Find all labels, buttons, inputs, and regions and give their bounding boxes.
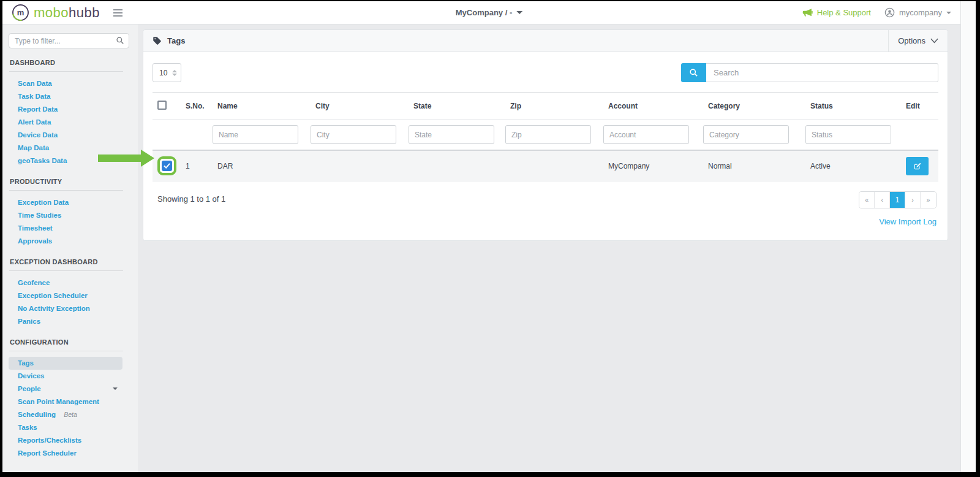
user-icon <box>884 7 895 18</box>
app-window: m mobohubb MyCompany / - Help & Support <box>2 1 976 472</box>
column-header-sno: S.No. <box>181 93 213 120</box>
column-header-city: City <box>311 93 409 120</box>
top-navbar: m mobohubb MyCompany / - Help & Support <box>2 1 976 25</box>
sidebar-section-exception-dashboard: EXCEPTION DASHBOARD Geofence Exception S… <box>2 258 138 328</box>
vertical-scrollbar[interactable] <box>960 1 976 472</box>
column-header-account: Account <box>603 93 703 120</box>
row-checkbox-checked[interactable] <box>162 161 172 171</box>
help-support-label: Help & Support <box>817 8 871 17</box>
cell-account: MyCompany <box>603 150 703 181</box>
pagination: « ‹ 1 › » <box>859 191 937 208</box>
page-size-select[interactable]: 10 <box>153 63 181 82</box>
sidebar-item-tags[interactable]: Tags <box>9 357 123 370</box>
options-label: Options <box>898 36 925 45</box>
sidebar-item-alert-data[interactable]: Alert Data <box>9 116 123 129</box>
column-header-state: State <box>409 93 505 120</box>
sidebar-item-label: People <box>18 385 41 392</box>
pagination-last-button[interactable]: » <box>921 192 936 208</box>
row-select-cell <box>153 150 181 181</box>
tag-icon <box>153 36 162 45</box>
tags-table: S.No. Name City State Zip Account Catego… <box>153 92 938 181</box>
sidebar-item-scheduling[interactable]: Scheduling Beta <box>9 408 123 421</box>
sidebar-item-task-data[interactable]: Task Data <box>9 90 123 103</box>
search-input[interactable] <box>706 63 938 82</box>
column-header-name: Name <box>213 93 311 120</box>
sidebar-item-exception-data[interactable]: Exception Data <box>9 196 123 209</box>
column-header-edit: Edit <box>901 93 938 120</box>
spinner-arrows-icon <box>172 70 177 76</box>
divider <box>9 351 123 351</box>
divider <box>9 190 123 191</box>
pagination-next-button[interactable]: › <box>905 192 921 208</box>
select-all-checkbox[interactable] <box>157 101 167 110</box>
sidebar-toggle-hamburger-icon[interactable] <box>113 9 123 17</box>
filter-zip-input[interactable] <box>505 125 591 144</box>
sidebar-item-report-scheduler[interactable]: Report Scheduler <box>9 447 123 460</box>
company-selector-label: MyCompany / - <box>456 8 512 17</box>
sidebar-item-approvals[interactable]: Approvals <box>9 235 123 248</box>
cell-name: DAR <box>213 150 311 181</box>
chevron-down-icon <box>516 11 522 14</box>
options-dropdown-button[interactable]: Options <box>888 30 948 52</box>
sidebar-item-people[interactable]: People <box>9 383 123 395</box>
help-support-link[interactable]: Help & Support <box>802 8 871 17</box>
sidebar-item-timesheet[interactable]: Timesheet <box>9 222 123 235</box>
check-icon <box>164 163 170 169</box>
filter-status-input[interactable] <box>805 125 891 144</box>
cell-status: Active <box>805 150 901 181</box>
mobohubb-logo-icon: m <box>12 4 29 21</box>
sidebar-item-no-activity-exception[interactable]: No Activity Exception <box>9 302 123 315</box>
brand-wordmark: mobohubb <box>34 5 100 21</box>
beta-badge: Beta <box>64 411 77 418</box>
filter-name-input[interactable] <box>213 125 298 144</box>
filter-account-input[interactable] <box>603 125 689 144</box>
panel-title-label: Tags <box>167 36 185 45</box>
cell-state <box>409 150 505 181</box>
filter-category-input[interactable] <box>703 125 789 144</box>
table-header-row: S.No. Name City State Zip Account Catego… <box>153 93 938 120</box>
chevron-down-icon <box>113 387 118 390</box>
topbar-right-group: Help & Support mycompany <box>802 7 976 18</box>
panel-body: 10 <box>143 52 948 240</box>
edit-row-button[interactable] <box>906 157 929 175</box>
import-log-row: View Import Log <box>153 216 938 227</box>
sidebar-item-reports-checklists[interactable]: Reports/Checklists <box>9 434 123 447</box>
pagination-page-1-button[interactable]: 1 <box>890 192 905 208</box>
sidebar-item-exception-scheduler[interactable]: Exception Scheduler <box>9 289 123 302</box>
search-icon <box>116 36 124 45</box>
sidebar-item-devices[interactable]: Devices <box>9 370 123 383</box>
filter-city-input[interactable] <box>311 125 396 144</box>
table-row: 1 DAR MyCompany Normal Active <box>153 150 938 181</box>
sidebar-item-device-data[interactable]: Device Data <box>9 129 123 142</box>
pagination-prev-button[interactable]: ‹ <box>875 192 890 208</box>
sidebar-section-configuration: CONFIGURATION Tags Devices People Scan P… <box>2 338 138 460</box>
sidebar-item-tasks[interactable]: Tasks <box>9 421 123 434</box>
company-selector-dropdown[interactable]: MyCompany / - <box>456 8 522 17</box>
sidebar-filter <box>9 33 129 48</box>
logo-green-arc <box>9 1 32 24</box>
sidebar-item-report-data[interactable]: Report Data <box>9 103 123 116</box>
view-import-log-link[interactable]: View Import Log <box>879 217 937 226</box>
filter-state-input[interactable] <box>409 125 494 144</box>
sidebar-item-scan-data[interactable]: Scan Data <box>9 77 123 90</box>
cell-edit <box>901 150 938 181</box>
megaphone-icon <box>802 8 813 17</box>
search-button[interactable] <box>681 63 706 82</box>
sidebar-filter-input[interactable] <box>9 33 129 48</box>
chevron-down-icon <box>946 12 951 14</box>
sidebar-item-scan-point-management[interactable]: Scan Point Management <box>9 395 123 408</box>
table-controls: 10 <box>153 63 938 82</box>
divider <box>9 270 123 271</box>
user-account-dropdown[interactable]: mycompany <box>884 7 951 18</box>
sidebar: DASHBOARD Scan Data Task Data Report Dat… <box>2 25 138 472</box>
cell-city <box>311 150 409 181</box>
sidebar-section-productivity: PRODUCTIVITY Exception Data Time Studies… <box>2 178 138 248</box>
pagination-first-button[interactable]: « <box>859 192 875 208</box>
sidebar-item-time-studies[interactable]: Time Studies <box>9 209 123 222</box>
sidebar-item-panics[interactable]: Panics <box>9 315 123 328</box>
sidebar-item-geofence[interactable]: Geofence <box>9 277 123 289</box>
brand-logo[interactable]: m mobohubb <box>12 4 100 21</box>
cell-zip <box>505 150 603 181</box>
cell-sno: 1 <box>181 150 213 181</box>
panel-header: Tags Options <box>143 30 948 52</box>
